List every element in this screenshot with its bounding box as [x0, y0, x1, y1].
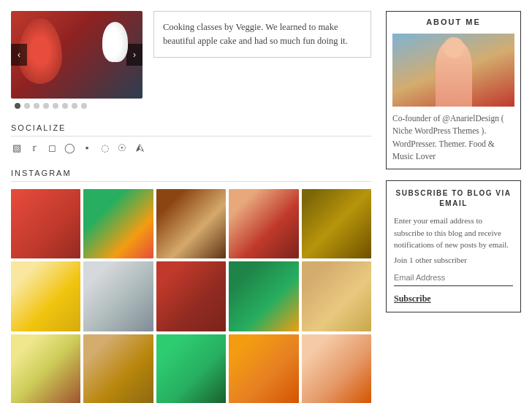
about-me-photo — [392, 34, 514, 107]
social-icons: ▧ 𝕣 ◻ ◯ ▪ ◌ ☉ ⮙ — [11, 142, 371, 154]
twitter-icon[interactable]: 𝕣 — [28, 142, 40, 154]
linkedin-icon[interactable]: ▪ — [81, 142, 93, 154]
join-count: Join 1 other subscriber — [394, 256, 513, 264]
slide-dot-1[interactable] — [15, 103, 20, 109]
slide-dot-5[interactable] — [53, 103, 58, 109]
instagram-item-1[interactable] — [11, 189, 80, 258]
about-me-title: About Me — [392, 18, 514, 26]
instagram-icon[interactable]: ◻ — [46, 142, 58, 154]
instagram-item-6[interactable] — [11, 261, 80, 331]
instagram-item-11[interactable] — [11, 334, 80, 403]
page-wrapper: ‹ › Cooking classes by Veggie. We learne… — [0, 0, 532, 403]
instagram-item-12[interactable] — [83, 334, 153, 403]
vimeo-icon[interactable]: ⮙ — [134, 142, 145, 154]
email-input[interactable] — [394, 273, 513, 282]
about-me-description: Co-founder of @AnarielDesign ( Niche Wor… — [392, 112, 514, 163]
instagram-item-14[interactable] — [229, 334, 298, 403]
main-content: ‹ › Cooking classes by Veggie. We learne… — [11, 11, 371, 403]
subscribe-description: Enter your email address to subscribe to… — [394, 215, 513, 251]
subscribe-button[interactable]: Subscribe — [394, 293, 431, 304]
instagram-item-15[interactable] — [302, 334, 371, 403]
instagram-item-10[interactable] — [302, 261, 371, 331]
post-quote-box: Cooking classes by Veggie. We learned to… — [153, 11, 371, 58]
email-icon[interactable]: ☉ — [116, 142, 128, 154]
slideshow-container: ‹ › — [11, 11, 142, 109]
post-text-area: Cooking classes by Veggie. We learned to… — [153, 11, 371, 109]
slide-dot-8[interactable] — [81, 103, 87, 109]
instagram-item-8[interactable] — [156, 261, 226, 331]
slideshow-area: ‹ › Cooking classes by Veggie. We learne… — [11, 11, 371, 109]
slide-dot-7[interactable] — [72, 103, 77, 109]
instagram-grid — [11, 189, 371, 403]
socialize-section: Socialize ▧ 𝕣 ◻ ◯ ▪ ◌ ☉ ⮙ — [11, 123, 371, 154]
instagram-item-2[interactable] — [83, 189, 153, 258]
slide-dot-4[interactable] — [43, 103, 49, 109]
post-quote-text: Cooking classes by Veggie. We learned to… — [163, 22, 348, 46]
pinterest-icon[interactable]: ◯ — [64, 142, 75, 154]
slideshow-image: ‹ › — [11, 11, 142, 99]
instagram-item-5[interactable] — [302, 189, 371, 258]
slide-next-button[interactable]: › — [126, 44, 142, 66]
instagram-item-7[interactable] — [83, 261, 153, 331]
facebook-icon[interactable]: ▧ — [11, 142, 23, 154]
instagram-item-9[interactable] — [229, 261, 298, 331]
slide-dot-6[interactable] — [62, 103, 68, 109]
subscribe-box: Subscribe to Blog via Email Enter your e… — [386, 180, 521, 312]
slide-dot-2[interactable] — [24, 103, 30, 109]
sidebar: About Me Co-founder of @AnarielDesign ( … — [386, 11, 521, 403]
github-icon[interactable]: ◌ — [99, 142, 110, 154]
slide-dot-3[interactable] — [34, 103, 39, 109]
instagram-item-4[interactable] — [229, 189, 298, 258]
slide-dots — [11, 103, 142, 109]
about-me-box: About Me Co-founder of @AnarielDesign ( … — [386, 11, 521, 169]
email-input-wrap — [394, 272, 513, 286]
subscribe-title: Subscribe to Blog via Email — [394, 188, 513, 209]
socialize-title: Socialize — [11, 123, 371, 137]
instagram-item-3[interactable] — [156, 189, 226, 258]
instagram-title: Instagram — [11, 169, 371, 182]
slide-prev-button[interactable]: ‹ — [11, 44, 27, 66]
instagram-item-13[interactable] — [156, 334, 226, 403]
instagram-section: Instagram — [11, 169, 371, 403]
